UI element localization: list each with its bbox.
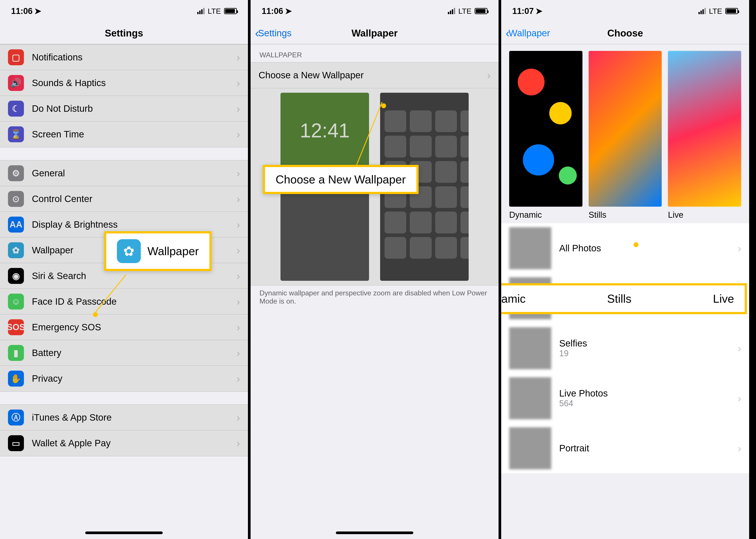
chevron-right-icon: ›	[237, 244, 240, 256]
album-row[interactable]: Portrait ›	[501, 423, 749, 473]
status-time: 11:06	[262, 6, 283, 16]
settings-row[interactable]: SOS Emergency SOS ›	[0, 314, 248, 340]
status-bar: 11:06 ➤ LTE	[251, 0, 499, 22]
chevron-right-icon: ›	[237, 270, 240, 282]
category-thumb	[509, 51, 582, 207]
choose-new-wallpaper-row[interactable]: Choose a New Wallpaper ›	[251, 62, 499, 88]
settings-row[interactable]: ⚙ General ›	[0, 160, 248, 186]
row-label: Emergency SOS	[32, 322, 237, 333]
album-row[interactable]: Live Photos 564 ›	[501, 373, 749, 423]
status-time: 11:06	[11, 6, 33, 16]
chevron-right-icon: ›	[738, 242, 741, 254]
settings-row[interactable]: ⊙ Control Center ›	[0, 186, 248, 212]
row-icon: ✋	[8, 371, 24, 387]
status-bar: 11:06 ➤ LTE	[0, 0, 248, 22]
row-icon: ⊙	[8, 191, 24, 207]
album-thumb	[509, 327, 551, 369]
row-label: Control Center	[32, 193, 237, 204]
back-label: Settings	[258, 28, 292, 38]
pointer-dot	[381, 103, 386, 108]
album-thumb	[509, 227, 551, 269]
category-live[interactable]: Live	[668, 51, 741, 220]
album-row[interactable]: Selfies 19 ›	[501, 323, 749, 373]
row-label: Wallet & Apple Pay	[32, 438, 237, 448]
settings-row[interactable]: 🔊 Sounds & Haptics ›	[0, 70, 248, 96]
chevron-right-icon: ›	[738, 392, 741, 404]
wallpaper-categories: Dynamic Stills Live	[501, 44, 749, 223]
chevron-right-icon: ›	[237, 412, 240, 424]
row-label: Display & Brightness	[32, 219, 237, 230]
chevron-right-icon: ›	[237, 219, 240, 231]
chevron-right-icon: ›	[237, 321, 240, 333]
battery-icon	[224, 8, 237, 14]
network-label: LTE	[709, 7, 722, 16]
screen-wallpaper: 11:06 ➤ LTE ‹ Settings Wallpaper WALLPAP…	[251, 0, 501, 539]
settings-row[interactable]: ✋ Privacy ›	[0, 366, 248, 391]
row-label: General	[32, 168, 237, 179]
callout-label: Choose a New Wallpaper	[276, 173, 406, 186]
signal-icon	[197, 8, 205, 14]
category-stills[interactable]: Stills	[589, 51, 662, 220]
album-title: Portrait	[559, 443, 730, 454]
chevron-right-icon: ›	[738, 442, 741, 454]
albums-list: All Photos › Favorites 1 › Selfies 19 › …	[501, 223, 749, 473]
settings-row[interactable]: Ⓐ iTunes & App Store ›	[0, 405, 248, 430]
network-label: LTE	[458, 7, 471, 16]
callout-categories: Dynamic Stills Live	[501, 283, 747, 314]
category-dynamic[interactable]: Dynamic	[509, 51, 582, 220]
settings-row[interactable]: ▮ Battery ›	[0, 340, 248, 366]
nav-bar: ‹ Wallpaper Choose	[501, 22, 749, 44]
category-label: Stills	[589, 210, 662, 220]
back-label: Wallpaper	[509, 28, 550, 38]
settings-row[interactable]: ▢ Notifications ›	[0, 44, 248, 70]
row-icon: SOS	[8, 319, 24, 335]
chevron-right-icon: ›	[487, 69, 491, 81]
callout-choose: Choose a New Wallpaper	[263, 165, 419, 194]
row-label: Choose a New Wallpaper	[259, 70, 487, 81]
battery-icon	[725, 8, 738, 14]
chevron-right-icon: ›	[237, 347, 240, 359]
row-icon: 🔊	[8, 75, 24, 91]
chevron-right-icon: ›	[237, 128, 240, 140]
row-icon: Ⓐ	[8, 410, 24, 425]
row-icon: ✿	[8, 242, 24, 258]
settings-row[interactable]: ▭ Wallet & Apple Pay ›	[0, 430, 248, 456]
settings-group-3: Ⓐ iTunes & App Store › ▭ Wallet & Apple …	[0, 405, 248, 456]
chevron-right-icon: ›	[738, 342, 741, 354]
album-title: Live Photos	[559, 388, 730, 399]
battery-icon	[475, 8, 487, 14]
album-count: 19	[559, 349, 730, 358]
category-label: Live	[668, 210, 741, 220]
settings-row[interactable]: ☺ Face ID & Passcode ›	[0, 289, 248, 314]
row-label: iTunes & App Store	[32, 412, 237, 423]
row-label: Notifications	[32, 52, 237, 63]
callout-live: Live	[713, 292, 734, 305]
status-time: 11:07	[512, 6, 534, 16]
settings-row[interactable]: ⌛ Screen Time ›	[0, 121, 248, 147]
nav-bar: Settings	[0, 22, 248, 44]
row-icon: ▭	[8, 435, 24, 451]
row-icon: ◉	[8, 268, 24, 284]
section-header: WALLPAPER	[251, 44, 499, 62]
settings-row[interactable]: ☾ Do Not Disturb ›	[0, 96, 248, 121]
chevron-right-icon: ›	[237, 437, 240, 449]
row-label: Do Not Disturb	[32, 103, 237, 114]
screen-settings: 11:06 ➤ LTE Settings ▢ Notifications › 🔊…	[0, 0, 251, 539]
category-thumb	[589, 51, 662, 207]
location-icon: ➤	[536, 6, 543, 16]
album-row[interactable]: All Photos ›	[501, 223, 749, 273]
chevron-right-icon: ›	[237, 167, 240, 179]
album-count: 564	[559, 399, 730, 408]
screen-choose: 11:07 ➤ LTE ‹ Wallpaper Choose Dynamic S…	[501, 0, 752, 539]
row-icon: ⌛	[8, 126, 24, 142]
category-label: Dynamic	[509, 210, 582, 220]
album-title: Selfies	[559, 338, 730, 349]
signal-icon	[699, 8, 706, 14]
row-label: Screen Time	[32, 129, 237, 140]
signal-icon	[448, 8, 455, 14]
row-label: Battery	[32, 347, 237, 358]
back-button[interactable]: ‹ Wallpaper	[501, 27, 550, 40]
network-label: LTE	[208, 7, 221, 16]
row-icon: ▮	[8, 345, 24, 361]
back-button[interactable]: ‹ Settings	[251, 27, 292, 40]
